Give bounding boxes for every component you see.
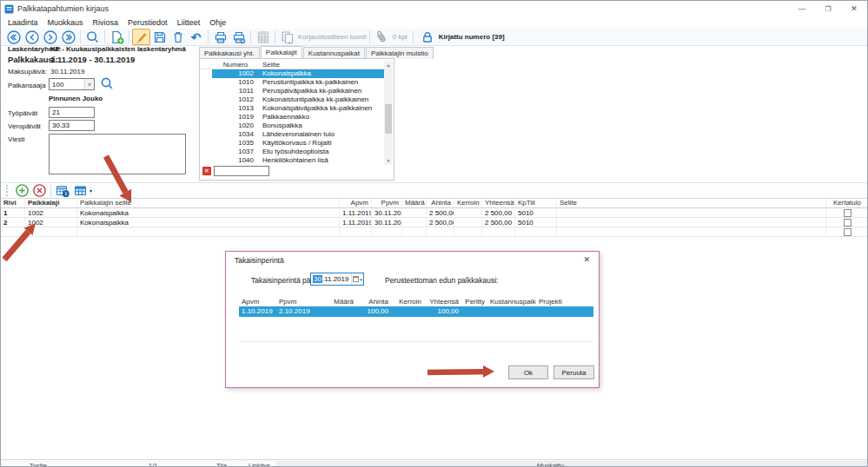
menu-item-riviosa[interactable]: Riviosa xyxy=(93,18,119,27)
list-scrollbar[interactable]: ▲ ▼ xyxy=(384,61,393,165)
list-item[interactable]: 1012Kokonaistuntipalkka kk-palkkainen xyxy=(200,95,385,104)
combo-caret-icon[interactable]: ˅ xyxy=(84,79,94,89)
scroll-up-icon[interactable]: ▲ xyxy=(384,61,393,69)
kertatulo-checkbox[interactable] xyxy=(844,209,851,217)
delete-button[interactable] xyxy=(169,29,187,45)
last-record-button[interactable] xyxy=(59,29,77,45)
print-remove-button[interactable] xyxy=(229,29,248,45)
grid-row[interactable] xyxy=(1,227,868,237)
list-item[interactable]: 1040Henkilökohtainen lisä xyxy=(200,156,385,165)
list-item[interactable]: 1020Bonuspalkka xyxy=(200,122,385,130)
takaisinperinta-date-field[interactable]: 30 .11.2019 ▾ xyxy=(310,273,364,286)
dialog-column-header[interactable]: Määrä xyxy=(317,297,356,306)
list-item[interactable]: 1010Perustuntipalkka kk-palkkainen xyxy=(200,78,385,87)
dialog-column-header[interactable]: Peritty xyxy=(461,297,487,306)
tab-kustannuspaikat[interactable]: Kustannuspaikat xyxy=(303,47,365,59)
grid-row[interactable]: 11002Kokonaispalkka1.11.201930.11.20192 … xyxy=(1,208,868,218)
menu-item-muokkaus[interactable]: Muokkaus xyxy=(48,18,83,27)
menu-item-ohje[interactable]: Ohje xyxy=(209,18,226,27)
grid-column-header[interactable]: Palkkalajin selite xyxy=(77,199,340,207)
selite-column-header[interactable]: Selite xyxy=(259,61,385,69)
grid-column-header[interactable]: Määrä xyxy=(402,199,427,207)
grid-column-header[interactable]: Kerroin xyxy=(454,199,482,207)
dialog-section-label: Perusteettoman edun palkkakausi: xyxy=(385,276,498,285)
grid-column-header[interactable]: Ppvm xyxy=(372,199,402,207)
grid-column-header[interactable]: Apvm xyxy=(340,199,372,207)
filter-input[interactable] xyxy=(214,166,269,176)
row-info-button[interactable]: i xyxy=(54,183,71,198)
add-row-button[interactable] xyxy=(13,183,30,198)
dialog-column-header[interactable]: Apvm xyxy=(239,297,276,306)
date-picker-button[interactable]: ▾ xyxy=(351,273,363,285)
grid-row[interactable]: 21002Kokonaispalkka1.11.201930.11.20192 … xyxy=(1,218,868,227)
undo-button[interactable]: ↶ xyxy=(187,29,205,45)
grid-column-header[interactable]: Selite xyxy=(557,199,826,207)
kertatulo-checkbox[interactable] xyxy=(844,219,851,227)
scroll-down-icon[interactable]: ▼ xyxy=(384,156,393,165)
grid-column-header[interactable]: Yhteensä xyxy=(482,199,515,207)
employee-search-button[interactable] xyxy=(100,76,115,91)
tyopaivat-input[interactable] xyxy=(49,107,95,118)
palkansaaja-combo[interactable]: 100 ˅ xyxy=(49,78,95,90)
veropaivat-input[interactable] xyxy=(49,120,95,131)
dialog-column-header[interactable]: Ahinta xyxy=(356,297,391,306)
prev-record-icon xyxy=(24,30,40,45)
prev-record-button[interactable] xyxy=(23,29,41,45)
grid-cell-palkkalaji xyxy=(25,227,77,236)
grid-column-header[interactable]: Kertatulo xyxy=(826,199,868,207)
grid-layout-caret-icon[interactable]: ▾ xyxy=(89,187,92,194)
list-item[interactable]: 1037Etu työsuhdeoptioista xyxy=(200,148,385,156)
tab-palkkakausi-yht-[interactable]: Palkkakausi yht. xyxy=(199,47,260,59)
dialog-table-row[interactable]: 1.10.20192.10.2019100,00100,00 xyxy=(239,306,593,317)
dialog-column-header[interactable]: Ppvm xyxy=(276,297,317,306)
close-button[interactable]: ✕ xyxy=(841,1,867,16)
edit-button[interactable] xyxy=(132,29,150,45)
first-record-button[interactable] xyxy=(4,29,23,45)
dialog-close-icon[interactable]: ✕ xyxy=(583,255,590,264)
menu-item-laadinta[interactable]: Laadinta xyxy=(8,18,38,27)
status-item: Tosite xyxy=(30,462,47,467)
grid-column-header[interactable]: Rivi xyxy=(1,199,25,207)
list-item[interactable]: 1002Kokonaispalkka xyxy=(200,69,385,78)
grid-cell-yhteensa: 2 500,00 xyxy=(482,208,515,217)
viesti-textarea[interactable] xyxy=(49,134,186,174)
ok-button[interactable]: Ok xyxy=(508,365,548,379)
grid-column-header[interactable]: KpTili xyxy=(515,199,557,207)
restore-button[interactable]: ❐ xyxy=(815,1,841,16)
new-document-icon xyxy=(109,30,125,45)
dialog-column-header[interactable]: Kerroin xyxy=(391,297,424,306)
grid-column-header[interactable]: Palkkalaji xyxy=(25,199,77,207)
save-button[interactable] xyxy=(150,29,169,45)
scrollbar-thumb[interactable] xyxy=(385,104,392,134)
attachments-button[interactable] xyxy=(373,29,391,45)
grid-cell-maara xyxy=(402,218,427,227)
grid-layout-button[interactable] xyxy=(71,183,89,198)
list-item[interactable]: 1011Peruspäiväpalkka kk-palkkainen xyxy=(200,87,385,95)
delete-row-button[interactable] xyxy=(30,183,48,198)
toolbar-separator xyxy=(413,30,414,43)
tab-palkkalajin-muistio[interactable]: Palkkalajin muistio xyxy=(366,47,434,59)
menu-item-liitteet[interactable]: Liitteet xyxy=(177,18,201,27)
dialog-column-header[interactable]: Yhteensä xyxy=(424,297,461,306)
new-document-button[interactable] xyxy=(108,29,126,45)
next-record-button[interactable] xyxy=(41,29,59,45)
dialog-column-header[interactable]: Projekti xyxy=(536,297,593,306)
grid-column-header[interactable]: Ahinta xyxy=(427,199,454,207)
kertatulo-checkbox[interactable] xyxy=(844,228,851,236)
list-item[interactable]: 1034Lähdeveronalainen tulo xyxy=(200,130,385,139)
minimize-button[interactable]: — xyxy=(789,1,815,16)
filter-clear-button[interactable]: ✕ xyxy=(202,167,211,175)
list-item[interactable]: 1019Palkkaennakko xyxy=(200,113,385,122)
list-item[interactable]: 1035Käyttökorvaus / Rojalti xyxy=(200,139,385,148)
status-bar: Muokattu Tosite1/1TilaLinkitys xyxy=(1,459,867,467)
toolbar-gripper[interactable] xyxy=(6,185,9,196)
tab-palkkalajit[interactable]: Palkkalajit xyxy=(261,46,302,59)
menu-item-perustiedot[interactable]: Perustiedot xyxy=(128,18,168,27)
numero-column-header[interactable]: Numero xyxy=(212,61,259,69)
dialog-column-header[interactable]: Kustannuspaikka xyxy=(487,297,536,306)
save-icon xyxy=(152,30,168,45)
cancel-button[interactable]: Peruuta xyxy=(553,365,594,379)
print-button[interactable] xyxy=(211,29,229,45)
search-button[interactable] xyxy=(83,29,102,45)
list-item[interactable]: 1013Kokonaispäiväpalkka kk-palkkainen xyxy=(200,104,385,113)
